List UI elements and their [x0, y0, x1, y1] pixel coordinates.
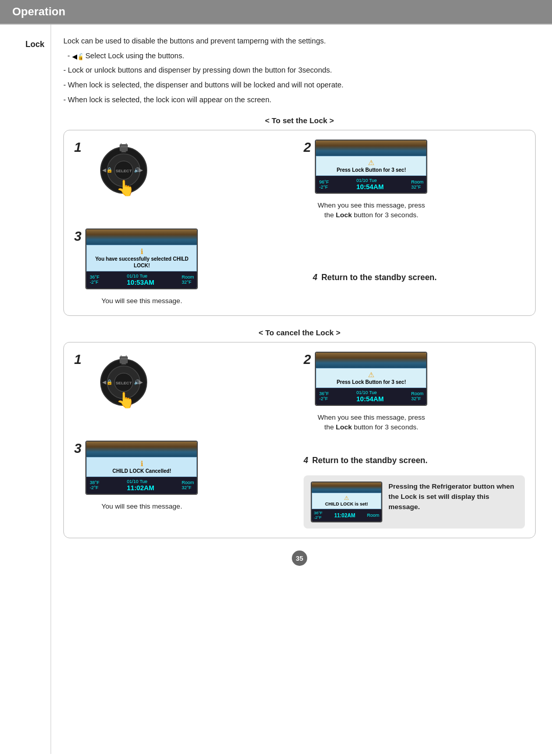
lock-arrow-icon: ◀🔒	[72, 52, 82, 60]
info-icon-set-3: ℹ	[90, 247, 193, 256]
screen-message-area-set-3: ℹ You have successfully selected CHILD L…	[86, 245, 197, 271]
set-lock-step4: 4 Return to the standby screen.	[304, 228, 525, 306]
header-bar: Operation	[0, 0, 552, 24]
screen-bottom-set-2: 96°F -2°F 01/10 Tue 10:54AM Room	[316, 176, 426, 193]
step3-caption-cancel: You will see this message.	[102, 502, 182, 512]
small-screen-top	[312, 483, 381, 493]
screen-mockup-cancel-2: ⚠ Press Lock Button for 3 sec! 36°F -2°F	[315, 352, 427, 406]
screen-room-temp-set-2: 32°F	[411, 185, 423, 190]
screen-date-cancel-3: 01/10 Tue	[127, 479, 154, 484]
svg-rect-24	[120, 356, 128, 363]
svg-text:▶: ▶	[139, 167, 143, 173]
set-lock-steps: 1 SELE	[74, 140, 525, 306]
screen-temp-top-cancel-3: 38°F	[89, 480, 99, 485]
set-lock-step2: 2 ⚠ Press Lock Button for 3 sec!	[304, 140, 525, 220]
screen-room-label-set-3: Room	[181, 274, 194, 280]
screen-room-label-cancel-3: Room	[181, 480, 194, 485]
svg-text:SELECT: SELECT	[116, 381, 132, 385]
desc-line4: - When lock is selected, the dispenser a…	[63, 79, 536, 91]
note-screen-container: ⚠ CHILD LOCK is set! 36°F -2°F	[311, 482, 382, 523]
note-temp-bot: -2°F	[314, 515, 323, 520]
warning-icon-set-2: ⚠	[319, 158, 423, 167]
screen-time-set-3: 10:53AM	[127, 279, 154, 286]
desc-line1: Lock can be used to disable the buttons …	[63, 35, 536, 48]
screen-message-area-cancel-2: ⚠ Press Lock Button for 3 sec!	[316, 368, 426, 388]
sidebar: Lock	[0, 25, 51, 754]
dial-image-1: SELECT ◀ 🔒 🔊 ▶	[85, 140, 162, 206]
screen-top-img-set-3	[86, 230, 197, 245]
screen-temp-bot-set-2: -2°F	[319, 185, 329, 190]
screen-room-label-set-2: Room	[411, 179, 423, 185]
screen-time-cancel-3: 11:02AM	[127, 484, 154, 492]
cancel-step3-number: 3	[74, 441, 81, 456]
screen-message-area-cancel-3: ℹ CHILD LOCK Cancelled!	[86, 457, 197, 477]
screen-temp-top-cancel-2: 36°F	[319, 391, 329, 396]
cancel-step2-number: 2	[304, 352, 311, 368]
cancel-lock-box: 1 SELECT ◀ 🔒	[63, 342, 536, 538]
screen-date-set-3: 01/10 Tue	[127, 273, 154, 279]
screen-time-cancel-2: 10:54AM	[356, 395, 383, 403]
note-room: Room	[367, 513, 379, 518]
set-lock-heading: < To set the Lock >	[63, 116, 536, 125]
screen-message-area-set-2: ⚠ Press Lock Button for 3 sec!	[316, 156, 426, 176]
desc-line3: - Lock or unlock buttons and dispenser b…	[63, 64, 536, 77]
svg-text:◀: ◀	[102, 379, 106, 385]
dial-svg-1: SELECT ◀ 🔒 🔊 ▶	[88, 142, 159, 203]
main-layout: Lock Lock can be used to disable the but…	[0, 25, 552, 754]
desc-line2: - ◀🔒 Select Lock using the buttons.	[63, 50, 536, 62]
small-screen-msg: CHILD LOCK is set!	[314, 501, 379, 508]
screen-time-set-2: 10:54AM	[356, 183, 383, 191]
screen-msg-set-3: You have successfully selected CHILD LOC…	[90, 256, 193, 269]
set-lock-step3: 3 ℹ You have successfully selected CHILD…	[74, 228, 295, 306]
screen-date-cancel-2: 01/10 Tue	[356, 390, 383, 395]
note-time: 11:02AM	[334, 513, 355, 518]
description-block: Lock can be used to disable the buttons …	[63, 35, 536, 106]
step4-text-set: 4 Return to the standby screen.	[304, 273, 437, 282]
svg-text:🔒: 🔒	[106, 379, 113, 385]
svg-text:SELECT: SELECT	[116, 169, 132, 173]
screen-temp-top-set-2: 96°F	[319, 179, 329, 185]
screen-temp-top-set-3: 36°F	[89, 274, 99, 280]
warning-icon-cancel-2: ⚠	[319, 371, 423, 379]
screen-top-img-cancel-3	[86, 442, 197, 457]
screen-mockup-set-3: ℹ You have successfully selected CHILD L…	[85, 228, 198, 289]
svg-text:◀: ◀	[102, 167, 106, 173]
screen-room-label-cancel-2: Room	[411, 391, 423, 396]
sidebar-section-label: Lock	[26, 40, 44, 49]
screen-msg-cancel-2: Press Lock Button for 3 sec!	[319, 379, 423, 385]
screen-top-img-set-2	[316, 141, 426, 156]
screen-room-temp-cancel-3: 32°F	[181, 485, 194, 490]
small-screen-note: ⚠ CHILD LOCK is set! 36°F -2°F	[311, 482, 382, 523]
set-lock-step1: 1 SELE	[74, 140, 295, 220]
step2-number: 2	[304, 140, 311, 155]
page-number: 35	[292, 551, 307, 566]
screen-msg-set-2: Press Lock Button for 3 sec!	[319, 167, 423, 173]
screen-mockup-cancel-3: ℹ CHILD LOCK Cancelled! 38°F -2°F	[85, 441, 198, 495]
svg-text:◀🔒: ◀🔒	[72, 52, 82, 60]
step2-caption-set: When you see this message, press the Loc…	[317, 201, 425, 220]
cancel-lock-step3: 3 ℹ CHILD LOCK Cancelled! 38°	[74, 441, 295, 529]
screen-room-temp-set-3: 32°F	[181, 280, 194, 285]
info-icon-cancel-3: ℹ	[90, 460, 193, 468]
desc-line5: - When lock is selected, the lock icon w…	[63, 94, 536, 106]
small-warning-icon: ⚠	[314, 495, 379, 501]
svg-text:👆: 👆	[116, 391, 135, 409]
cancel-lock-step1: 1 SELECT ◀ 🔒	[74, 352, 295, 432]
cancel-lock-heading: < To cancel the Lock >	[63, 328, 536, 337]
step1-number: 1	[74, 140, 81, 155]
screen-bottom-cancel-2: 36°F -2°F 01/10 Tue 10:54AM Room	[316, 388, 426, 405]
note-box: ⚠ CHILD LOCK is set! 36°F -2°F	[304, 475, 525, 529]
dial-image-cancel-1: SELECT ◀ 🔒 🔊 ▶	[85, 352, 162, 418]
step4-text-cancel: 4 Return to the standby screen.	[304, 456, 428, 465]
page-title: Operation	[12, 5, 65, 18]
screen-room-temp-cancel-2: 32°F	[411, 396, 423, 401]
cancel-lock-step2: 2 ⚠ Press Lock Button for 3 sec!	[304, 352, 525, 432]
svg-rect-10	[120, 144, 128, 151]
screen-mockup-set-2: ⚠ Press Lock Button for 3 sec! 96°F -2°F	[315, 140, 427, 194]
screen-date-set-2: 01/10 Tue	[356, 178, 383, 183]
cancel-step1-number: 1	[74, 352, 81, 368]
screen-bottom-cancel-3: 38°F -2°F 01/10 Tue 11:02AM Room	[86, 477, 197, 494]
set-lock-box: 1 SELE	[63, 130, 536, 316]
svg-text:▶: ▶	[139, 379, 143, 385]
screen-msg-cancel-3: CHILD LOCK Cancelled!	[90, 468, 193, 474]
